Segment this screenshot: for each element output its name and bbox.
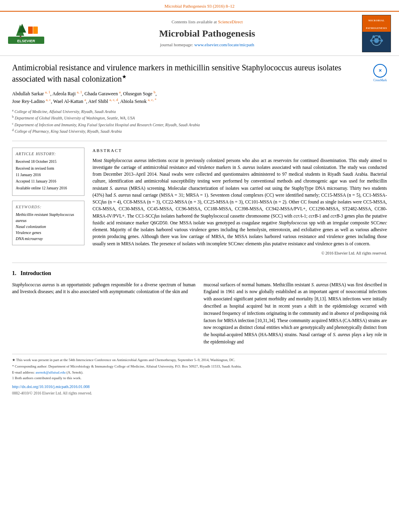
revised-date-row: 11 January 2016 <box>16 173 81 178</box>
svg-text:ELSEVIER: ELSEVIER <box>17 39 35 43</box>
journal-info: Contents lists available at ScienceDirec… <box>52 19 362 48</box>
article-history-heading: Article history: <box>16 151 81 157</box>
svg-line-15 <box>378 37 379 39</box>
crossmark-label: CrossMark <box>373 78 387 83</box>
journal-header: Microbial Pathogenesis 93 (2016) 8–12 <box>0 0 399 12</box>
keywords-list: Methicillin resistant Staphylococcus aur… <box>16 212 81 242</box>
keyword-item: DNA microarray <box>16 236 81 242</box>
svg-point-12 <box>380 39 383 42</box>
received-label: Received 18 October 2015 <box>16 160 57 164</box>
crossmark: ✕ CrossMark <box>373 64 387 83</box>
issn-line: 0882-4010/© 2016 Elsevier Ltd. All right… <box>12 390 387 396</box>
journal-title: Microbial Pathogenesis <box>52 27 362 41</box>
badge-label: MICROBIALPATHOGENESIS <box>366 19 387 29</box>
footnote-corresponding: * Corresponding author: Department of Mi… <box>12 364 387 370</box>
revised-label: Received in revised form <box>16 166 54 170</box>
footnotes: ★ This work was present in part at the 5… <box>12 354 387 396</box>
svg-rect-5 <box>28 27 33 34</box>
journal-homepage-link[interactable]: www.elsevier.com/locate/micpath <box>194 42 254 47</box>
abstract-text: Most Staphylococcus aureus infections oc… <box>93 157 387 247</box>
svg-rect-6 <box>33 27 38 34</box>
accepted-row: Accepted 11 January 2016 <box>16 179 81 184</box>
accepted-label: Accepted 11 January 2016 <box>16 179 56 183</box>
svg-line-14 <box>374 37 375 39</box>
crossmark-icon: ✕ <box>373 64 387 78</box>
footnote-star: ★ This work was present in part at the 5… <box>12 357 387 363</box>
elsevier-logo: ELSEVIER <box>8 21 44 47</box>
keyword-item: Virulence genes <box>16 230 81 236</box>
keyword-item: Nasal colonization <box>16 224 81 230</box>
email-label: E-mail address: <box>12 370 35 374</box>
section-divider <box>12 263 387 263</box>
two-column-layout: Article history: Received 18 October 201… <box>12 148 387 256</box>
journal-homepage: journal homepage: www.elsevier.com/locat… <box>52 42 362 48</box>
main-content: ✕ CrossMark Antimicrobial resistance and… <box>0 56 399 404</box>
abstract-heading: Abstract <box>93 148 387 154</box>
article-history-box: Article history: Received 18 October 201… <box>12 148 84 195</box>
intro-right-col: mucosal surfaces of normal humans. Methi… <box>204 281 387 346</box>
intro-columns: Staphylococcus aureus is an opportunisti… <box>12 281 387 346</box>
intro-right-text: mucosal surfaces of normal humans. Methi… <box>204 281 387 346</box>
doi-line: http://dx.doi.org/10.1016/j.micpath.2016… <box>12 384 387 390</box>
online-label: Available online 12 January 2016 <box>16 186 67 190</box>
intro-title: 1. Introduction <box>12 269 387 277</box>
affiliations: a College of Medicine, Alfaisal Universi… <box>12 108 387 134</box>
abstract-section: Abstract Most Staphylococcus aureus infe… <box>93 148 387 256</box>
footnote-email: E-mail address: asenok@alfaisal.edu (A. … <box>12 370 387 376</box>
introduction-section: 1. Introduction Staphylococcus aureus is… <box>12 269 387 346</box>
svg-point-9 <box>374 38 379 43</box>
keywords-heading: Keywords: <box>16 204 81 210</box>
intro-left-col: Staphylococcus aureus is an opportunisti… <box>12 281 195 346</box>
doi-link[interactable]: http://dx.doi.org/10.1016/j.micpath.2016… <box>12 384 90 389</box>
email-suffix: (A. Senok). <box>66 370 83 374</box>
crossmark-area: ✕ CrossMark <box>373 64 387 83</box>
journal-citation: Microbial Pathogenesis 93 (2016) 8–12 <box>165 4 234 8</box>
article-title: Antimicrobial resistance and virulence m… <box>12 62 387 84</box>
top-banner: ELSEVIER Contents lists available at Sci… <box>0 12 399 55</box>
title-star: ★ <box>122 74 127 80</box>
revised-row: Received in revised form <box>16 166 81 171</box>
sciencedirect-label: Contents lists available at ScienceDirec… <box>52 19 362 25</box>
online-row: Available online 12 January 2016 <box>16 186 81 191</box>
svg-point-13 <box>370 39 372 42</box>
email-link[interactable]: asenok@alfaisal.edu <box>35 370 66 374</box>
sciencedirect-link[interactable]: ScienceDirect <box>218 19 243 24</box>
intro-number: 1. <box>12 270 16 276</box>
article-info-column: Article history: Received 18 October 201… <box>12 148 84 256</box>
intro-heading: Introduction <box>21 270 51 276</box>
revised-date: 11 January 2016 <box>16 173 41 177</box>
svg-rect-4 <box>20 36 21 38</box>
intro-left-text: Staphylococcus aureus is an opportunisti… <box>12 281 195 296</box>
journal-badge: MICROBIALPATHOGENESIS <box>362 15 391 52</box>
authors: Abdullah Sarkar a, 1, Adeola Raji a, 1, … <box>12 90 387 105</box>
article-title-area: ✕ CrossMark Antimicrobial resistance and… <box>12 62 387 84</box>
footnote-equal: 1 Both authors contributed equally to th… <box>12 376 387 381</box>
keyword-item: Methicillin resistant Staphylococcus aur… <box>16 212 81 224</box>
divider <box>12 141 387 141</box>
copyright: © 2016 Elsevier Ltd. All rights reserved… <box>93 251 387 256</box>
keywords-box: Keywords: Methicillin resistant Staphylo… <box>12 201 84 245</box>
received-row: Received 18 October 2015 <box>16 159 81 164</box>
